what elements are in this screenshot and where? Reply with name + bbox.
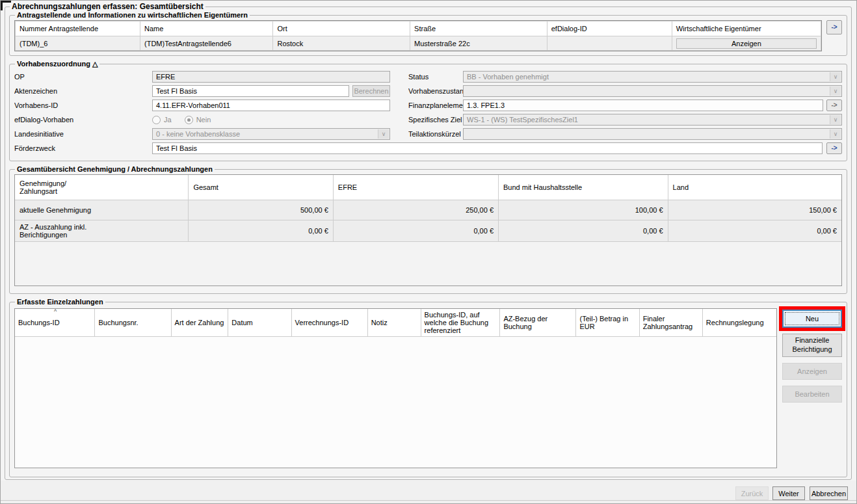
spezifisches-ziel-dropdown[interactable]: WS-1 - (WS) TestSpezifischesZiel1 ∨ [463, 114, 842, 126]
value-bund: 0,00 € [499, 220, 668, 241]
col-header-notiz[interactable]: Notiz [367, 309, 421, 337]
zurueck-button[interactable]: Zurück [735, 486, 769, 500]
radio-ja[interactable]: Ja [152, 116, 172, 124]
col-header-finaler-zahlungsantrag[interactable]: Finaler Zahlungsantrag [639, 309, 702, 337]
radio-ja-circle[interactable] [152, 116, 161, 124]
col-header-verrechnungs-id[interactable]: Verrechnungs-ID [291, 309, 367, 337]
col-header-datum[interactable]: Datum [228, 309, 291, 337]
col-header-buchungsnr[interactable]: Buchungsnr. [95, 309, 171, 337]
anzeigen-eigentuemer-button[interactable]: Anzeigen [676, 38, 817, 49]
chevron-down-icon: ∨ [830, 129, 841, 139]
red-highlight-annotation: Neu [779, 306, 845, 331]
value-land: 150,00 € [668, 200, 841, 220]
cell-eigentuemer: Anzeigen [672, 36, 821, 51]
op-label: OP [14, 73, 152, 81]
overview-section: Gesamtübersicht Genehmigung / Abrechnung… [9, 165, 847, 294]
chevron-down-icon: ∨ [830, 86, 841, 96]
col-header-ort: Ort [273, 21, 410, 36]
vorhabenszustand-label: Vorhabenszustand [408, 87, 463, 95]
applicant-table: Nummer Antragstellende Name Ort Straße e… [14, 20, 822, 51]
applicant-detail-arrow-button[interactable]: -> [826, 20, 842, 34]
payments-section-title: Erfasste Einzelzahlungen [15, 298, 105, 306]
weiter-button[interactable]: Weiter [772, 486, 805, 500]
overview-table: Genehmigung/ Zahlungsart Gesamt EFRE Bun… [14, 174, 842, 286]
foerderzweck-arrow-button[interactable]: -> [826, 142, 842, 154]
radio-nein[interactable]: Nein [185, 116, 211, 124]
cell-ort: Rostock [273, 36, 410, 51]
col-header-strasse: Straße [410, 21, 547, 36]
vorhabens-id-label: Vorhabens-ID [14, 101, 152, 109]
sort-ascending-icon: ^ [54, 309, 57, 315]
berechnen-button[interactable]: Berechnen [352, 85, 390, 97]
spezifisches-ziel-label: Spezifisches Ziel [408, 116, 463, 124]
status-dropdown[interactable]: BB - Vorhaben genehmigt ∨ [463, 71, 842, 83]
finanzplanelement-field[interactable]: 1.3. FPE1.3 [463, 99, 823, 111]
radio-ja-label: Ja [164, 116, 172, 124]
value-efre: 0,00 € [333, 220, 498, 241]
vorhaben-section: Vorhabenszuordnung △ OP EFRE Aktenzeiche… [9, 60, 847, 161]
anzeigen-button[interactable]: Anzeigen [782, 363, 842, 380]
teilaktionskuerzel-dropdown[interactable]: ∨ [463, 128, 842, 140]
foerderzweck-field[interactable]: Test FI Basis [152, 142, 823, 154]
landesinitiative-label: Landesinitiative [14, 130, 152, 138]
status-label: Status [408, 73, 463, 81]
col-header-genehmigung-zahlungsart: Genehmigung/ Zahlungsart [15, 175, 189, 200]
table-row[interactable]: aktuelle Genehmigung 500,00 € 250,00 € 1… [15, 200, 841, 220]
payments-section: Erfasste Einzelzahlungen [9, 298, 847, 477]
col-header-buchungs-id[interactable]: Buchungs-ID ^ [15, 309, 95, 337]
chevron-down-icon: ∨ [378, 129, 389, 139]
aktenzeichen-field[interactable]: Test FI Basis [152, 85, 349, 97]
efdialog-vorhaben-label: efDialog-Vorhaben [14, 116, 152, 124]
col-header-efdialog-id: efDialog-ID [547, 21, 672, 36]
overview-section-title: Gesamtübersicht Genehmigung / Abrechnung… [15, 165, 215, 173]
cell-name: (TDM)TestAntragstellende6 [140, 36, 273, 51]
finanzielle-berichtigung-button[interactable]: Finanzielle Berichtigung [782, 334, 842, 357]
teilaktionskuerzel-label: Teilaktionskürzel [408, 130, 463, 138]
applicant-section: Antragstellende und Informationen zu wir… [9, 11, 847, 56]
value-land: 0,00 € [668, 220, 841, 241]
cell-nummer: (TDM)_6 [16, 36, 140, 51]
value-efre: 250,00 € [333, 200, 498, 220]
col-header-buchungs-id-referenz[interactable]: Buchungs-ID, auf welche die Buchung refe… [421, 309, 500, 337]
main-form-group: Abrechnungszahlungen erfassen: Gesamtübe… [5, 2, 852, 480]
cell-strasse: Musterstraße 22c [410, 36, 547, 51]
vorhabenszustand-dropdown[interactable]: ∨ [463, 85, 842, 97]
bearbeiten-button[interactable]: Bearbeiten [782, 386, 842, 403]
neu-button[interactable]: Neu [782, 310, 842, 328]
col-header-wirtschaftliche-eigentuemer: Wirtschaftliche Eigentümer [672, 21, 821, 36]
landesinitiative-dropdown[interactable]: 0 - keine Vorhabensklasse ∨ [152, 128, 390, 140]
finanzplanelement-arrow-button[interactable]: -> [826, 99, 842, 111]
op-field[interactable]: EFRE [152, 71, 390, 83]
col-header-art-der-zahlung[interactable]: Art der Zahlung [171, 309, 228, 337]
cell-efdialog-id [547, 36, 672, 51]
chevron-down-icon: ∨ [830, 115, 841, 124]
abbrechen-button[interactable]: Abbrechen [810, 486, 848, 500]
row-label: AZ - Auszahlung inkl. Berichtigungen [15, 220, 189, 241]
col-header-az-bezug[interactable]: AZ-Bezug der Buchung [500, 309, 576, 337]
value-gesamt: 0,00 € [189, 220, 333, 241]
aktenzeichen-label: Aktenzeichen [14, 87, 152, 95]
page-title: Abrechnungszahlungen erfassen: Gesamtübe… [10, 2, 205, 11]
vorhaben-section-title: Vorhabenszuordnung [17, 60, 90, 68]
app-window: Abrechnungszahlungen erfassen: Gesamtübe… [0, 0, 857, 504]
col-header-teil-betrag[interactable]: (Teil-) Betrag in EUR [576, 309, 639, 337]
vorhabens-id-field[interactable]: 4.11.EFR-Vorhaben011 [152, 99, 390, 111]
finanzplanelement-label: Finanzplanelement [408, 101, 463, 109]
col-header-nummer-antragstellende: Nummer Antragstellende [16, 21, 140, 36]
applicant-row[interactable]: (TDM)_6 (TDM)TestAntragstellende6 Rostoc… [16, 36, 821, 51]
col-header-efre: EFRE [333, 175, 498, 200]
radio-nein-circle[interactable] [185, 116, 193, 124]
footer-divider [1, 500, 856, 501]
col-header-bund: Bund mit Haushaltsstelle [499, 175, 668, 200]
payments-table: Buchungs-ID ^ Buchungsnr. Art der Zahlun… [14, 308, 777, 468]
table-row[interactable]: AZ - Auszahlung inkl. Berichtigungen 0,0… [15, 220, 841, 241]
foerderzweck-label: Förderzweck [14, 144, 152, 152]
col-header-rechnungslegung[interactable]: Rechnungslegung [702, 309, 776, 337]
value-bund: 100,00 € [499, 200, 668, 220]
window-corner-mark [1, 1, 11, 10]
warning-triangle-icon: △ [92, 60, 98, 68]
radio-nein-label: Nein [196, 116, 211, 124]
col-header-land: Land [668, 175, 841, 200]
applicant-section-title: Antragstellende und Informationen zu wir… [15, 11, 250, 19]
col-header-name: Name [140, 21, 273, 36]
